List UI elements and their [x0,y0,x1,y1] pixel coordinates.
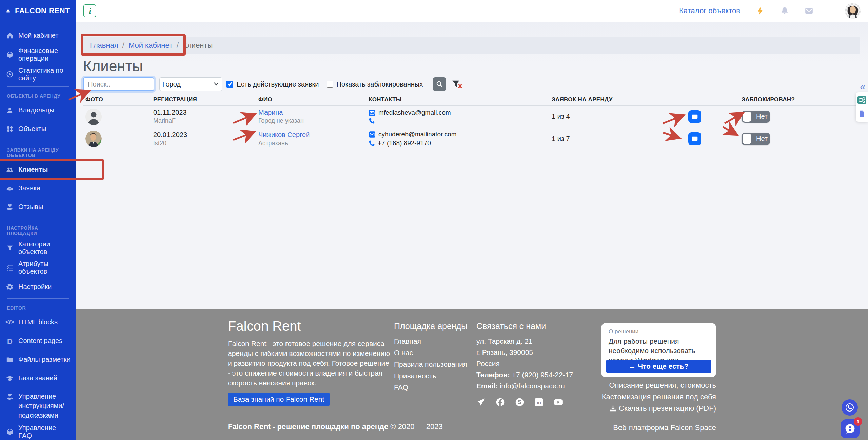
sidebar-item-clients[interactable]: Клиенты [0,160,76,179]
client-avatar[interactable] [85,109,102,125]
sidebar-item-object-attributes[interactable]: Атрибуты объектов [0,258,76,278]
shapes-icon [5,125,14,133]
clear-filter-icon[interactable] [452,79,463,90]
download-presentation-link[interactable]: Скачать презентацию (PDF) [602,404,716,413]
envelope-icon [691,135,698,142]
breadcrumb-cabinet-link[interactable]: Мой кабинет [129,41,173,50]
breadcrumb-separator: / [177,41,179,50]
telegram-icon[interactable] [476,398,486,407]
footer-link-faq[interactable]: FAQ [394,383,467,391]
message-button[interactable] [688,110,701,123]
show-blocked-checkbox-group[interactable]: Показать заблокированных [327,80,423,88]
topbar: i Каталог объектов [76,0,868,22]
client-name-link[interactable]: Марина [258,109,283,116]
name-cell: Чижиков Сергей Астрахань [256,131,366,147]
search-icon [436,80,443,88]
brand[interactable]: FALCON RENT [0,0,76,22]
sidebar-item-label: Статистика по сайту [18,66,71,82]
table-row: 01.11.2023 MarinaF Марина Город не указа… [83,105,860,128]
photo-cell [83,131,151,147]
gear-icon [5,283,14,291]
sidebar-item-markup-files[interactable]: Файлы разметки [0,350,76,369]
client-name-link[interactable]: Чижиков Сергей [258,131,310,138]
name-cell: Марина Город не указан [256,109,366,125]
gears-icon[interactable] [857,95,866,106]
sidebar-item-label: Управление FAQ [18,424,71,440]
sidebar-item-owners[interactable]: Владельцы [0,101,76,119]
falcon-rent-logo-icon [6,5,10,17]
sidebar-section-title: ОБЪЕКТЫ В АРЕНДУ [0,89,76,101]
info-button[interactable]: i [83,4,96,17]
home-icon [5,32,14,39]
sidebar-item-html-blocks[interactable]: </> HTML blocks [0,313,76,331]
sidebar-item-site-statistics[interactable]: Статистика по сайту [0,64,76,84]
footer-platform-column: Площадка аренды Главная О нас Правила по… [394,321,467,395]
sidebar-item-my-cabinet[interactable]: Мой кабинет [0,26,76,45]
photo-cell [83,109,151,125]
breadcrumb-separator: / [122,41,124,50]
sidebar-item-label: Категории объектов [18,240,71,256]
sidebar-item-reviews[interactable]: Отзывы [0,197,76,216]
about-solution-card: О решении Для работы решения необходимо … [601,323,716,377]
sidebar-item-faq-management[interactable]: Управление FAQ [0,422,76,440]
catalog-link[interactable]: Каталог объектов [679,6,740,15]
mail-icon[interactable] [805,6,813,15]
search-button[interactable] [433,77,446,91]
sidebar-item-instructions-management[interactable]: Управление инструкциями/подсказками [0,387,76,422]
user-avatar[interactable] [845,3,861,19]
active-requests-checkbox-group[interactable]: Есть действующие заявки [226,80,319,88]
sidebar-item-settings[interactable]: Настройки [0,278,76,296]
knowledge-base-button[interactable]: База знаний по Falcon Rent [228,393,330,406]
viber-button[interactable] [842,399,858,416]
sidebar-item-object-categories[interactable]: Категории объектов [0,238,76,258]
client-login: tst20 [153,140,256,147]
customization-link[interactable]: Кастомизация решения под себя [602,393,716,401]
footer-link-home[interactable]: Главная [394,337,467,345]
youtube-icon[interactable] [554,398,563,407]
clock-icon [5,71,14,78]
sidebar-item-knowledge-base[interactable]: База знаний [0,369,76,387]
sidebar-item-content-pages[interactable]: D Content pages [0,331,76,350]
registration-cell: 01.11.2023 MarinaF [151,109,256,125]
show-blocked-checkbox[interactable] [327,81,333,88]
chat-unread-badge: 1 [854,417,862,426]
toggle-label: Нет [754,133,770,145]
email-icon [369,109,376,116]
linkedin-icon[interactable] [534,398,544,407]
page-title: Клиенты [83,58,860,75]
breadcrumb-home-link[interactable]: Главная [90,41,118,50]
message-button[interactable] [688,132,701,145]
users-icon [5,166,14,173]
bolt-icon[interactable] [756,6,765,15]
divider [7,218,69,218]
blocked-toggle[interactable]: Нет [742,111,770,123]
search-input[interactable] [83,77,154,91]
divider [857,107,866,107]
blocked-toggle[interactable]: Нет [742,133,770,145]
sidebar-item-objects[interactable]: Объекты [0,119,76,138]
skype-icon[interactable] [515,398,524,407]
document-icon[interactable] [858,108,866,119]
facebook-icon[interactable] [496,398,505,407]
sidebar-item-label: Владельцы [18,106,54,114]
panel-collapse-chevron[interactable]: « [860,81,865,92]
bell-icon[interactable] [780,6,789,15]
city-select[interactable]: Город [159,77,222,91]
divider [7,140,69,140]
solution-description-link[interactable]: Описание решения, стоимость [602,381,716,390]
footer-link-about[interactable]: О нас [394,349,467,357]
contacts-cell: mfediasheva@gmail.com [366,109,549,124]
sidebar-group-rent-objects: ОБЪЕКТЫ В АРЕНДУ Владельцы Объекты [0,89,76,138]
funnel-icon [5,244,14,252]
active-requests-label: Есть действующие заявки [237,80,319,88]
footer-link-privacy[interactable]: Приватность [394,372,467,380]
sidebar-item-finance-operations[interactable]: Финансовые операции [0,45,76,64]
user-icon [5,107,14,114]
requests-cell: 1 из 4 [549,113,666,120]
active-requests-checkbox[interactable] [226,81,233,88]
sidebar-item-requests[interactable]: Заявки [0,179,76,197]
what-else-button[interactable]: → Что еще есть? [606,360,711,373]
d-letter-icon: D [5,337,14,345]
footer-link-rules[interactable]: Правила пользования [394,360,467,368]
client-avatar[interactable] [85,131,102,147]
